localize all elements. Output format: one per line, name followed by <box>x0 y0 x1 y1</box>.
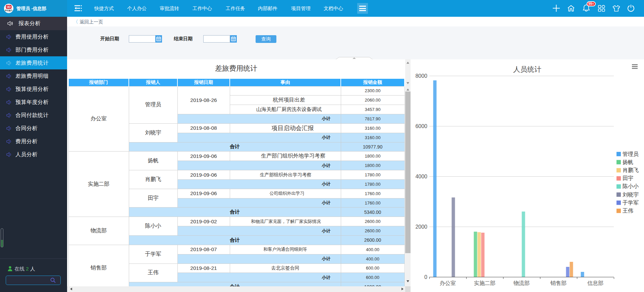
svg-text:田宇: 田宇 <box>623 175 633 181</box>
svg-text:人员统计: 人员统计 <box>513 65 541 73</box>
svg-text:2000: 2000 <box>415 224 427 230</box>
svg-text:物流部: 物流部 <box>513 280 530 286</box>
svg-text:管理员: 管理员 <box>623 151 639 157</box>
svg-text:销售部: 销售部 <box>550 280 567 286</box>
svg-text:刘晓宇: 刘晓宇 <box>623 192 639 197</box>
svg-text:8000: 8000 <box>415 73 427 79</box>
svg-text:办公室: 办公室 <box>440 280 456 286</box>
svg-text:实施二部: 实施二部 <box>474 280 495 286</box>
svg-text:于学军: 于学军 <box>623 200 639 206</box>
svg-text:6000: 6000 <box>415 123 427 129</box>
svg-text:扬帆: 扬帆 <box>622 159 633 165</box>
svg-text:0: 0 <box>424 274 427 280</box>
svg-text:华天动力: 华天动力 <box>5 9 12 11</box>
svg-text:陈小小: 陈小小 <box>623 183 639 189</box>
svg-text:信息部: 信息部 <box>587 280 603 286</box>
svg-text:PORT: PORT <box>7 11 11 13</box>
svg-text:肖鹏飞: 肖鹏飞 <box>623 167 639 173</box>
svg-text:4000: 4000 <box>415 174 427 179</box>
svg-text:王伟: 王伟 <box>623 208 633 214</box>
